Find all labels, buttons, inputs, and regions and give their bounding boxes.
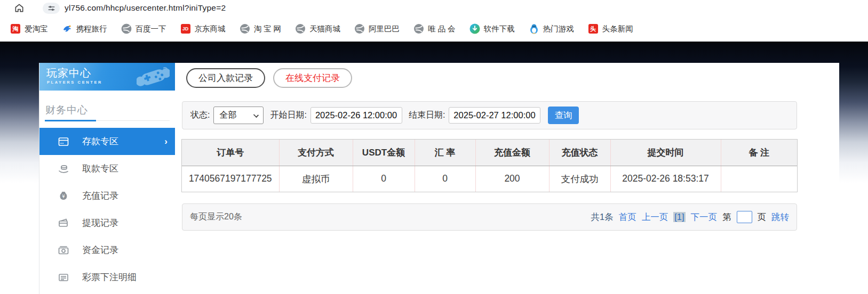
col-recharge-status: 充值状态 (549, 140, 610, 166)
taobao-favicon-icon: 淘 (10, 23, 21, 34)
bookmark-jd[interactable]: JD 京东商城 (173, 20, 233, 37)
cash-box-icon (58, 244, 69, 256)
sidebar-item-funds-records[interactable]: 资金记录 (39, 236, 175, 264)
cell-payment-method: 虚拟币 (279, 166, 353, 192)
bookmark-hot-games[interactable]: 热门游戏 (522, 20, 581, 37)
main-content: 公司入款记录 在线支付记录 状态: 全部 开始日期: 结束日期: 查询 (182, 63, 840, 294)
status-select[interactable]: 全部 (213, 107, 264, 124)
sidebar-title: 玩家中心 (46, 66, 91, 80)
toutiao-favicon-icon: 头 (588, 23, 599, 34)
cell-order-number: 1740567197177725 (182, 166, 279, 192)
sidebar-item-withdraw-zone[interactable]: 取款专区 (39, 155, 175, 182)
sidebar-item-label: 资金记录 (82, 244, 118, 256)
first-page-link[interactable]: 首页 (619, 211, 636, 223)
section-divider (45, 120, 170, 121)
next-page-link[interactable]: 下一页 (691, 211, 718, 223)
end-date-label: 结束日期: (409, 110, 445, 121)
chevron-right-icon: › (164, 136, 168, 147)
url-text[interactable]: yl756.com/hhcp/usercenter.html?iniType=2 (65, 3, 226, 13)
screen: yl756.com/hhcp/usercenter.html?iniType=2… (0, 0, 868, 294)
start-date-input[interactable] (310, 107, 402, 124)
bookmark-vip[interactable]: 唯 品 会 (407, 20, 463, 37)
record-tabs: 公司入款记录 在线支付记录 (186, 68, 352, 88)
total-count-text: 共1条 (591, 211, 613, 223)
filter-panel: 状态: 全部 开始日期: 结束日期: 查询 (182, 101, 797, 129)
jd-favicon-icon: JD (180, 23, 191, 34)
gamepad-icon (137, 66, 170, 89)
bookmark-software-download[interactable]: 软件下载 (463, 20, 522, 37)
sidebar-menu: 存款专区 › 取款专区 ¥ 充值记录 (39, 128, 175, 291)
hand-money-icon (58, 163, 69, 175)
wallet-cards-icon (58, 217, 69, 229)
pager-controls: 共1条 首页 上一页 [1] 下一页 第 页 跳转 (591, 211, 789, 223)
page-background: 玩家中心 PLAYERS CENTER 财务中心 存款专区 › (0, 42, 868, 294)
sidebar-item-withdrawal-records[interactable]: 提现记录 (39, 209, 175, 236)
tab-company-deposit-records[interactable]: 公司入款记录 (186, 68, 265, 88)
pagination-bar: 每页显示20条 共1条 首页 上一页 [1] 下一页 第 页 跳转 (182, 203, 797, 231)
jump-button[interactable]: 跳转 (771, 211, 789, 223)
money-bag-icon: ¥ (58, 190, 69, 202)
records-table: 订单号 支付方式 USDT金额 汇 率 充值金额 充值状态 提交时间 备 注 (182, 140, 797, 192)
globe-icon (295, 23, 306, 34)
page-size-text: 每页显示20条 (190, 211, 242, 223)
current-page-indicator: [1] (673, 212, 685, 222)
software-download-icon (469, 23, 480, 34)
sidebar-item-deposit-zone[interactable]: 存款专区 › (39, 128, 175, 155)
records-table-wrap: 订单号 支付方式 USDT金额 汇 率 充值金额 充值状态 提交时间 备 注 (182, 140, 797, 192)
col-remark: 备 注 (721, 140, 797, 166)
cell-remark (721, 166, 797, 192)
list-details-icon (58, 272, 69, 283)
sidebar-subtitle: PLAYERS CENTER (47, 80, 102, 85)
content-wrapper: 玩家中心 PLAYERS CENTER 财务中心 存款专区 › (39, 63, 839, 294)
site-info-icon[interactable] (43, 3, 60, 14)
col-submit-time: 提交时间 (610, 140, 721, 166)
jump-suffix-text: 页 (758, 211, 767, 223)
globe-icon (413, 23, 424, 34)
bookmark-taobao-site[interactable]: 淘 宝 网 (233, 20, 289, 37)
penguin-icon (529, 23, 539, 34)
bookmark-baidu[interactable]: 百度一下 (114, 20, 173, 37)
tab-online-payment-records[interactable]: 在线支付记录 (273, 68, 352, 88)
search-button[interactable]: 查询 (548, 107, 579, 124)
bookmark-tmall[interactable]: 天猫商城 (288, 20, 347, 37)
start-date-label: 开始日期: (270, 110, 306, 121)
globe-icon (240, 23, 250, 34)
browser-address-bar: yl756.com/hhcp/usercenter.html?iniType=2 (0, 0, 868, 16)
table-row: 1740567197177725 虚拟币 0 0 200 支付成功 2025-0… (182, 166, 797, 192)
globe-icon (354, 23, 365, 34)
col-payment-method: 支付方式 (279, 140, 353, 166)
bookmark-toutiao[interactable]: 头 头条新闻 (581, 20, 640, 37)
bookmark-alibaba[interactable]: 阿里巴巴 (347, 20, 407, 37)
status-select-value: 全部 (219, 110, 236, 121)
page-jump-input[interactable] (737, 211, 752, 223)
bookmark-ctrip[interactable]: 携程旅行 (55, 20, 114, 37)
finance-center-heading: 财务中心 (45, 103, 88, 117)
cell-submit-time: 2025-02-26 18:53:17 (610, 166, 721, 192)
cell-exchange-rate: 0 (415, 166, 475, 192)
jump-prefix-text: 第 (722, 211, 731, 223)
cell-recharge-status: 支付成功 (549, 166, 610, 192)
globe-icon (121, 23, 132, 34)
status-label: 状态: (190, 110, 210, 121)
end-date-input[interactable] (449, 107, 540, 124)
chevron-down-icon (253, 112, 259, 118)
sidebar-item-recharge-records[interactable]: ¥ 充值记录 (39, 182, 175, 209)
sidebar-item-lottery-bet-details[interactable]: 彩票下注明细 (39, 264, 175, 291)
home-icon[interactable] (14, 3, 25, 13)
bookmarks-bar: 淘 爱淘宝 携程旅行 百度一下 JD 京东商城 淘 宝 网 (0, 16, 868, 42)
col-recharge-amount: 充值金额 (475, 140, 549, 166)
sidebar-item-label: 取款专区 (82, 162, 118, 175)
cell-usdt-amount: 0 (353, 166, 415, 192)
svg-text:¥: ¥ (62, 193, 65, 199)
col-usdt-amount: USDT金额 (353, 140, 415, 166)
table-header-row: 订单号 支付方式 USDT金额 汇 率 充值金额 充值状态 提交时间 备 注 (182, 140, 797, 166)
sidebar: 玩家中心 PLAYERS CENTER 财务中心 存款专区 › (39, 63, 175, 294)
col-exchange-rate: 汇 率 (415, 140, 475, 166)
sidebar-item-label: 彩票下注明细 (82, 271, 137, 283)
players-center-banner: 玩家中心 PLAYERS CENTER (39, 63, 175, 91)
cell-recharge-amount: 200 (475, 166, 549, 192)
prev-page-link[interactable]: 上一页 (642, 211, 668, 223)
deposit-card-icon (58, 136, 69, 148)
sidebar-item-label: 提现记录 (82, 217, 118, 229)
bookmark-aitaobao[interactable]: 淘 爱淘宝 (3, 20, 55, 37)
